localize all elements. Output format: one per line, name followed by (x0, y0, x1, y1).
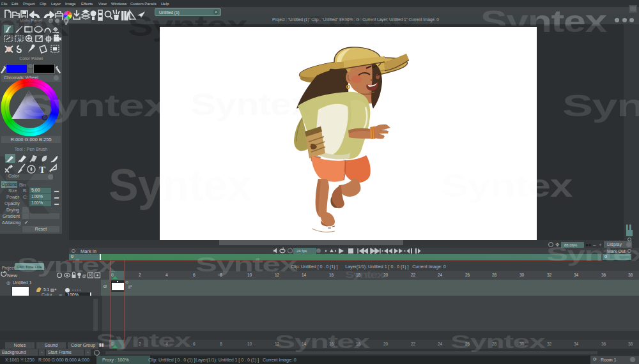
svg-text:S: S (18, 36, 21, 42)
svg-text:α: α (82, 273, 86, 279)
svg-text:New: New (7, 273, 17, 278)
